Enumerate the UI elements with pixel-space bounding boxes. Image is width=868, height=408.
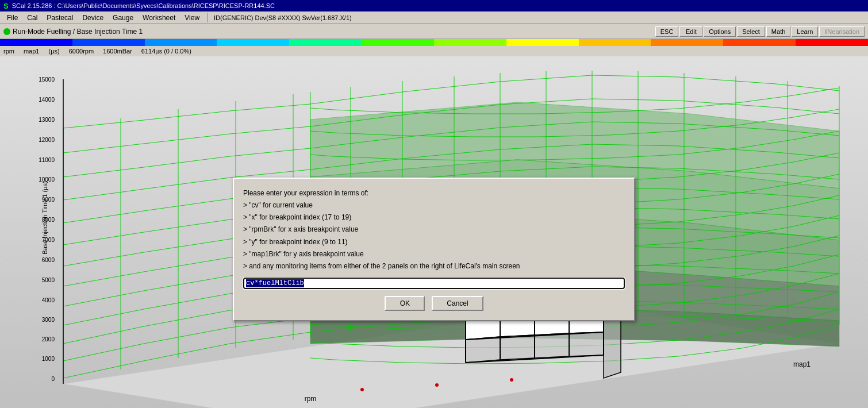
dialog-line7: > and any monitoring items from either o…	[243, 261, 625, 272]
col1-unit: (µs)	[48, 48, 59, 55]
menu-worksheet[interactable]: Worksheet	[138, 13, 180, 23]
expression-dialog: Please enter your expression in terms of…	[233, 178, 635, 321]
dialog-line4: > "rpmBrk" for x axis breakpoint value	[243, 224, 625, 235]
color-1	[72, 39, 145, 46]
esc-button[interactable]: ESC	[655, 26, 679, 37]
color-5	[362, 39, 434, 46]
col3-val: 6114µs (0 / 0.0%)	[141, 48, 191, 55]
color-11	[796, 39, 868, 46]
menu-gauge[interactable]: Gauge	[108, 13, 138, 23]
ok-button[interactable]: OK	[385, 296, 425, 311]
dialog-line3: > "x" for breakpoint index (17 to 19)	[243, 212, 625, 223]
edit-button[interactable]: Edit	[679, 26, 702, 37]
menu-bar: File Cal Pastecal Device Gauge Worksheet…	[0, 11, 868, 24]
select-button[interactable]: Select	[737, 26, 765, 37]
app-title: SCal 2.15.286 : C:\Users\Public\Document…	[12, 2, 275, 9]
color-6	[434, 39, 506, 46]
status-bar: Run-Mode Fuelling / Base Injection Time …	[0, 24, 868, 39]
menu-info: ID(GENERIC) Dev(S8 #XXXX) SwVer(1.687.X/…	[214, 14, 352, 21]
run-mode-indicator	[3, 28, 10, 35]
math-button[interactable]: Math	[766, 26, 790, 37]
col2-val: 1600mBar	[103, 48, 132, 55]
menu-cal[interactable]: Cal	[22, 13, 42, 23]
dialog-input-row[interactable]	[243, 278, 625, 289]
color-0	[0, 39, 72, 46]
color-4	[289, 39, 362, 46]
main-content: Base Injection Time 1 (µs)	[0, 56, 868, 408]
color-8	[579, 39, 651, 46]
dialog-buttons: OK Cancel	[243, 296, 625, 311]
color-9	[651, 39, 723, 46]
status-left: Run-Mode Fuelling / Base Injection Time …	[3, 28, 143, 36]
expression-input[interactable]	[243, 278, 625, 289]
info-row: rpm map1 (µs) 6000rpm 1600mBar 6114µs (0…	[0, 46, 868, 56]
linearisation-button[interactable]: liNearisation	[819, 26, 865, 37]
color-10	[723, 39, 796, 46]
dialog-line6: > "map1Brk" for y axis breakpoint value	[243, 249, 625, 260]
dialog-line1: Please enter your expression in terms of…	[243, 188, 625, 199]
col2-label: 6000rpm	[69, 48, 94, 55]
menu-pastecal[interactable]: Pastecal	[42, 13, 78, 23]
dialog-content: Please enter your expression in terms of…	[243, 188, 625, 272]
color-7	[506, 39, 579, 46]
dialog-line5: > "y" for breakpoint index (9 to 11)	[243, 237, 625, 248]
col1-val: map1	[24, 48, 40, 55]
menu-file[interactable]: File	[2, 13, 22, 23]
dialog-line2: > "cv" for current value	[243, 200, 625, 211]
col1-label: rpm	[3, 48, 14, 55]
menu-view[interactable]: View	[180, 13, 204, 23]
app-icon: S	[3, 2, 9, 10]
options-button[interactable]: Options	[704, 26, 736, 37]
modal-overlay: Please enter your expression in terms of…	[0, 56, 868, 408]
learn-button[interactable]: Learn	[792, 26, 818, 37]
toolbar-buttons: ESC Edit Options Select Math Learn liNea…	[655, 26, 865, 37]
menu-separator	[208, 13, 208, 22]
mode-text: Run-Mode Fuelling / Base Injection Time …	[13, 28, 143, 36]
title-bar: S SCal 2.15.286 : C:\Users\Public\Docume…	[0, 0, 868, 11]
color-strip	[0, 39, 868, 46]
color-3	[217, 39, 289, 46]
cancel-button[interactable]: Cancel	[432, 296, 483, 311]
color-2	[145, 39, 217, 46]
menu-device[interactable]: Device	[78, 13, 108, 23]
